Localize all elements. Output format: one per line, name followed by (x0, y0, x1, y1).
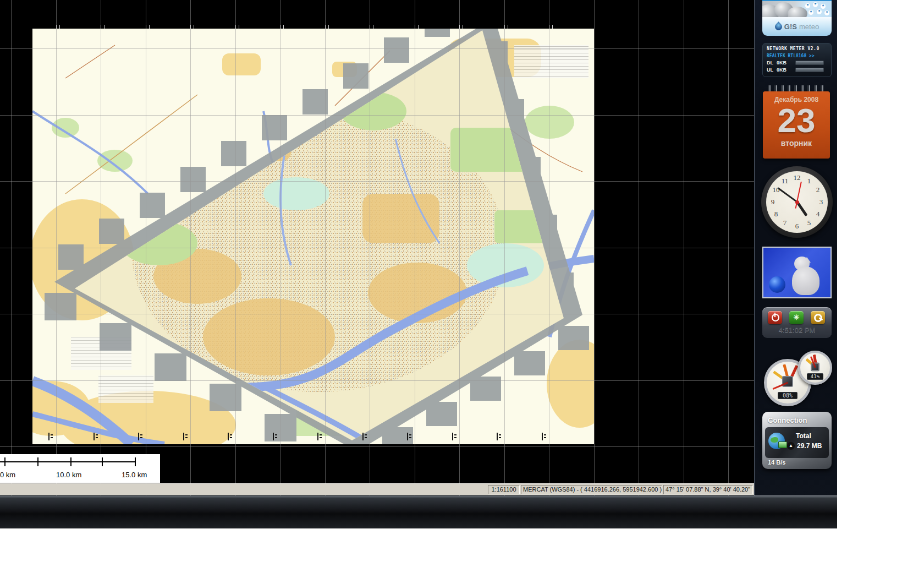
cpu-chip-icon (782, 376, 793, 387)
connection-panel: Total ▲ 29.7 MB (765, 427, 829, 458)
clock-numeral: 6 (795, 222, 799, 231)
download-bar (795, 61, 824, 65)
scalebar-label-15: 15.0 km (122, 471, 147, 479)
clock-numeral: 1 (807, 177, 811, 186)
total-traffic-value: 29.7 MB (797, 442, 822, 450)
map-canvas[interactable] (32, 29, 594, 444)
connection-title: Connection (762, 412, 832, 424)
taskbar: FR O SAS SAS.Планета Global Mapper v9.0.… (0, 495, 837, 528)
lock-button[interactable] (811, 311, 825, 324)
clock-numeral: 9 (771, 198, 775, 206)
water-drop-icon (773, 21, 783, 31)
scalebar-tick (4, 457, 6, 466)
clock-numeral: 7 (783, 219, 787, 227)
scalebar-label-10: 10.0 km (56, 471, 81, 479)
shutdown-button[interactable] (768, 311, 782, 324)
statusbar-projection: MERCAT (WGS84) - ( 4416916.266, 5951942.… (521, 485, 662, 494)
clock-numeral: 10 (772, 186, 779, 194)
scalebar-legend: 0 km 10.0 km 15.0 km (0, 454, 160, 483)
scalebar-tick (70, 457, 72, 466)
network-adapter-link[interactable]: REALTEK RTL8168 >> (767, 53, 827, 58)
clock-minute-hand (777, 187, 798, 203)
calendar-gadget[interactable]: Декабрь 2008 23 вторник (763, 85, 830, 160)
windows-sidebar: G!Smeteo NETWORK METER V2.0 REALTEK RTL8… (755, 0, 837, 495)
calendar-day: 23 (763, 103, 830, 138)
clock-numeral: 12 (794, 173, 801, 182)
power-control-gadget[interactable]: 4:51:02 PM (762, 307, 832, 338)
ram-gauge-gadget[interactable]: 41% (798, 351, 832, 385)
desktop-screen: 0 km 10.0 km 15.0 km 1:161100 MERCAT (WG… (0, 0, 837, 528)
weather-gadget[interactable]: G!Smeteo (762, 0, 832, 36)
network-meter-gadget[interactable]: NETWORK METER V2.0 REALTEK RTL8168 >> DL… (762, 43, 832, 77)
restart-button[interactable] (789, 311, 804, 324)
photo-gadget[interactable] (762, 247, 832, 298)
scalebar-tick (37, 457, 38, 466)
clock-numeral: 2 (816, 186, 820, 194)
upload-value: 0KB (777, 67, 795, 73)
global-mapper-window[interactable]: 0 km 10.0 km 15.0 km 1:161100 MERCAT (WG… (0, 0, 754, 495)
clock-numeral: 8 (774, 210, 778, 219)
transfer-rate: 14 B/s (768, 459, 785, 466)
upload-bar (795, 68, 824, 72)
scalebar-label-0: 0 km (0, 471, 15, 479)
clock-numeral: 4 (816, 210, 820, 219)
network-meter-title: NETWORK METER V2.0 (767, 46, 827, 51)
upload-arrow-icon: ▲ (787, 442, 795, 450)
upload-label: UL (767, 67, 777, 73)
clock-numeral: 11 (782, 177, 789, 186)
gismeteo-logo-gis: G!S (784, 23, 797, 31)
connection-gadget[interactable]: Connection Total ▲ 29.7 MB 14 B/s (762, 412, 832, 469)
cpu-usage-value: 08% (778, 392, 798, 399)
map-graphic (32, 29, 594, 444)
kitten-body (792, 266, 820, 295)
network-monitor-icon (778, 441, 787, 448)
statusbar-position: 47° 15' 07.88" N, 39° 40' 40.20" E (663, 485, 753, 494)
ram-usage-value: 41% (807, 373, 823, 380)
scalebar-tick (135, 457, 136, 466)
weather-clouds-image (762, 0, 832, 17)
clock-numeral: 5 (807, 219, 811, 227)
scalebar-tick (102, 457, 103, 466)
analog-clock-gadget[interactable]: 121234567891011 (761, 166, 833, 238)
statusbar: 1:161100 MERCAT (WGS84) - ( 4416916.266,… (0, 483, 754, 495)
gismeteo-logo-meteo: meteo (799, 23, 819, 31)
statusbar-scale: 1:161100 (488, 485, 520, 494)
gismeteo-banner[interactable]: G!Smeteo (762, 17, 832, 36)
ornament-ball (769, 276, 785, 293)
scalebar-line (0, 461, 135, 462)
clock-center-pin (795, 200, 799, 204)
total-label: Total (796, 432, 811, 440)
clock-face: 121234567891011 (766, 171, 828, 233)
calendar-weekday: вторник (763, 139, 830, 148)
power-panel-time: 4:51:02 PM (762, 326, 832, 334)
clock-numeral: 3 (820, 198, 823, 206)
download-label: DL (767, 60, 777, 66)
download-value: 0KB (777, 60, 795, 66)
